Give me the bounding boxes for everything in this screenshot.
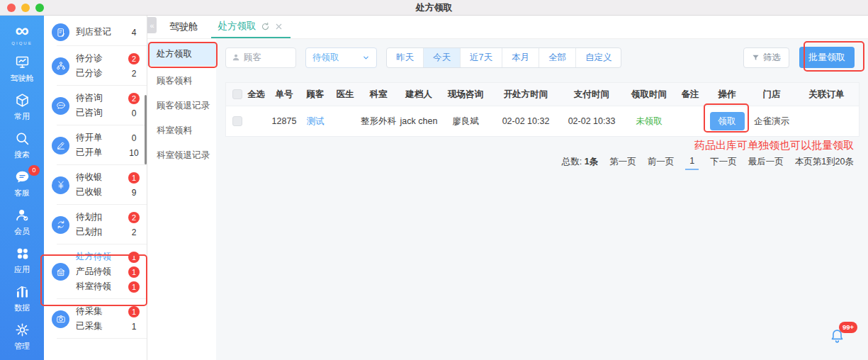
date-btn-yesterday[interactable]: 昨天 (387, 48, 423, 67)
date-btn-today[interactable]: 今天 (423, 48, 460, 67)
register-doc-icon (52, 23, 69, 41)
minimize-window-button[interactable] (21, 4, 30, 12)
window-titlebar: 处方领取 (0, 0, 868, 16)
close-tab-icon[interactable] (274, 22, 283, 31)
search-icon (15, 131, 30, 147)
customer-search-input[interactable] (244, 52, 292, 62)
workflow-alert-badge: 1 (128, 266, 140, 278)
workflow-label: 已咨询 (76, 107, 103, 119)
cell-order-no: 12875 (269, 116, 300, 126)
submenu-item-customer-return-log[interactable]: 顾客领退记录 (147, 96, 216, 116)
pickup-row-button[interactable]: 领取 (710, 112, 745, 130)
cell-prescribe-time: 02-02 10:32 (491, 116, 560, 126)
workflow-row-dept-pickup[interactable]: 科室待领 1 (76, 279, 140, 294)
rail-item-common[interactable]: 常用 (14, 93, 30, 122)
order-pen-icon (52, 137, 69, 154)
pagination-last[interactable]: 最后一页 (748, 156, 784, 168)
consult-chat-icon (52, 97, 69, 115)
workflow-row-done-order[interactable]: 已开单 10 (76, 145, 140, 160)
submenu-item-customer-material[interactable]: 顾客领料 (147, 72, 216, 91)
refresh-tab-icon[interactable] (261, 22, 270, 31)
rail-label: 会员 (14, 226, 30, 237)
zoom-window-button[interactable] (35, 4, 44, 12)
submenu-item-rx-pickup[interactable]: 处方领取 (147, 43, 216, 66)
workflow-group-order: 待开单 0 已开单 10 (44, 125, 147, 165)
rail-label: 数据 (14, 303, 30, 313)
select-all-label: 全选 (247, 89, 265, 101)
workflow-count: 2 (128, 227, 140, 237)
workflow-group-capture: 待采集 1 已采集 1 (44, 299, 147, 339)
tab-rx-pickup[interactable]: 处方领取 (211, 16, 291, 38)
workflow-label: 产品待领 (76, 266, 111, 278)
col-header-creator: 建档人 (398, 89, 440, 101)
date-btn-custom[interactable]: 自定义 (575, 48, 621, 67)
workflow-row-pending-cashier[interactable]: 待收银 1 (76, 170, 140, 185)
workflow-row-product-pickup[interactable]: 产品待领 1 (76, 264, 140, 279)
filter-button[interactable]: 筛选 (743, 47, 789, 68)
sidebar-scrollbar[interactable] (145, 95, 147, 164)
rail-item-admin[interactable]: 管理 (14, 322, 30, 351)
select-all-checkbox[interactable] (232, 89, 242, 99)
cashier-yen-icon (52, 176, 69, 194)
workflow-row-done-deduct[interactable]: 已划扣 2 (76, 225, 140, 240)
tutorial-annotation-text: 药品出库可单独领也可以批量领取 (225, 139, 859, 152)
person-icon (232, 53, 240, 62)
rail-item-search[interactable]: 搜索 (14, 131, 30, 160)
workflow-row-rx-pickup[interactable]: 处方待领 1 (76, 249, 140, 264)
workflow-count: 10 (128, 148, 140, 158)
col-header-prescribe-time: 开处方时间 (491, 89, 560, 101)
pickup-status-select[interactable]: 待领取 (305, 47, 377, 68)
workflow-group-deduct: 待划扣 2 已划扣 2 (44, 205, 147, 244)
brand-name: QIQUE (11, 41, 32, 45)
rail-item-dashboard[interactable]: 驾驶舱 (11, 55, 34, 84)
collapse-sidebar-button[interactable]: « (147, 17, 157, 33)
submenu-item-dept-material[interactable]: 科室领料 (147, 121, 216, 140)
workflow-row-pending-consult[interactable]: 待咨询 2 (76, 91, 140, 106)
workflow-row-done-consult[interactable]: 已咨询 0 (76, 106, 140, 120)
date-btn-month[interactable]: 本月 (502, 48, 539, 67)
customer-link[interactable]: 测试 (307, 116, 325, 126)
cell-store: 企雀演示 (749, 116, 794, 128)
pagination-first[interactable]: 第一页 (609, 156, 636, 168)
pagination-prev[interactable]: 前一页 (648, 156, 675, 168)
rail-item-support[interactable]: 0 客服 (14, 169, 30, 198)
dashboard-monitor-icon (15, 55, 30, 71)
rail-item-members[interactable]: 会员 (14, 208, 30, 237)
workflow-label: 科室待领 (76, 281, 111, 293)
pagination-next[interactable]: 下一页 (710, 156, 737, 168)
submenu-item-dept-return-log[interactable]: 科室领退记录 (147, 146, 216, 165)
workflow-alert-badge: 2 (128, 53, 140, 64)
workflow-row-done-triage[interactable]: 已分诊 2 (76, 66, 140, 81)
workflow-row-done-capture[interactable]: 已采集 1 (76, 319, 140, 334)
pagination-total: 总数: 1条 (562, 156, 598, 168)
workflow-count: 0 (128, 133, 140, 143)
pagination-range: 本页第1到20条 (795, 156, 854, 168)
workflow-row-done-cashier[interactable]: 已收银 9 (76, 185, 140, 200)
workflow-row-pending-capture[interactable]: 待采集 1 (76, 304, 140, 319)
date-btn-all[interactable]: 全部 (539, 48, 575, 67)
row-checkbox[interactable] (232, 116, 242, 126)
workflow-label: 待分诊 (76, 52, 103, 64)
batch-pickup-button[interactable]: 批量领取 (799, 47, 855, 68)
close-window-button[interactable] (7, 4, 16, 12)
workflow-label: 已划扣 (76, 226, 103, 238)
traffic-lights (7, 4, 44, 12)
tab-dashboard[interactable]: 驾驶舱 (167, 16, 201, 38)
col-header-department: 科室 (359, 89, 398, 101)
rail-item-data[interactable]: 数据 (14, 284, 30, 313)
chat-support-icon: 0 (15, 169, 30, 186)
workflow-label: 待咨询 (76, 92, 103, 104)
workflow-row-pending-deduct[interactable]: 待划扣 2 (76, 210, 140, 225)
notification-bell[interactable]: 99+ (829, 328, 845, 347)
workflow-row-pending-triage[interactable]: 待分诊 2 (76, 51, 140, 66)
customer-search-field[interactable] (225, 47, 296, 68)
date-btn-7days[interactable]: 近7天 (460, 48, 502, 67)
main-panel: 待领取 昨天 今天 近7天 本月 全部 自定义 筛选 (216, 39, 868, 360)
chevron-down-icon (362, 54, 370, 62)
workflow-label: 已采集 (76, 320, 103, 332)
workflow-row-pending-order[interactable]: 待开单 0 (76, 130, 140, 145)
rail-item-apps[interactable]: 应用 (14, 246, 30, 275)
workflow-count: 1 (128, 322, 140, 332)
pagination-current-page[interactable]: 1 (685, 156, 699, 170)
workflow-row-arrival[interactable]: 到店登记 4 (76, 25, 140, 40)
